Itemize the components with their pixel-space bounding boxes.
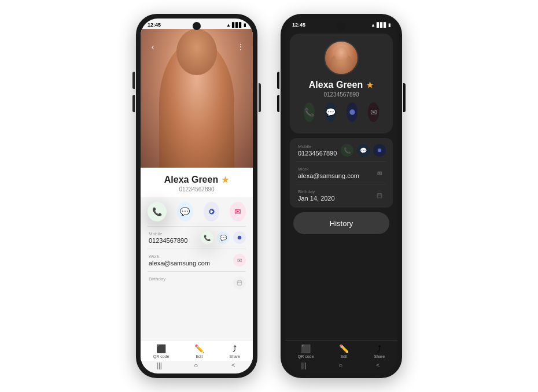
share-button-dark[interactable]: ⤴ Share bbox=[374, 344, 385, 358]
favorite-star-light[interactable]: ★ bbox=[222, 175, 229, 184]
mobile-vid-dark[interactable] bbox=[373, 144, 386, 157]
work-value-dark: alexa@samsung.com bbox=[298, 172, 385, 179]
status-icons-light: ▲ ▋▋▋ ▮ bbox=[226, 23, 246, 28]
top-bar: ‹ ⋮ bbox=[141, 38, 253, 56]
birthday-value-light bbox=[149, 282, 245, 289]
share-icon-dark: ⤴ bbox=[377, 344, 381, 353]
message-button-light[interactable]: 💬 bbox=[177, 202, 193, 221]
mobile-actions-light: 📞 💬 bbox=[201, 231, 246, 244]
nav-back-dark[interactable]: ＜ bbox=[374, 360, 381, 370]
work-label-light: Work bbox=[149, 254, 245, 259]
mobile-call-light[interactable]: 📞 bbox=[201, 231, 213, 244]
history-label: History bbox=[330, 219, 353, 228]
mail-button-dark[interactable]: ✉ bbox=[368, 102, 379, 122]
qr-label-light: QR code bbox=[153, 354, 169, 358]
light-phone-screen: 12:45 ▲ ▋▋▋ ▮ ‹ ⋮ Alexa Green bbox=[141, 19, 253, 373]
mobile-actions-dark: 📞 💬 bbox=[341, 144, 386, 157]
contact-info-light: Alexa Green ★ 01234567890 bbox=[141, 168, 253, 197]
share-icon-light: ⤴ bbox=[233, 344, 237, 353]
work-label-dark: Work bbox=[298, 167, 385, 172]
sys-nav-dark: ||| ○ ＜ bbox=[285, 359, 397, 371]
edit-label-light: Edit bbox=[196, 354, 202, 358]
light-phone: 12:45 ▲ ▋▋▋ ▮ ‹ ⋮ Alexa Green bbox=[136, 14, 257, 378]
svg-rect-8 bbox=[377, 194, 382, 198]
time-light: 12:45 bbox=[148, 22, 161, 28]
more-button[interactable]: ⋮ bbox=[234, 40, 247, 53]
qr-label-dark: QR code bbox=[298, 354, 314, 358]
favorite-star-dark[interactable]: ★ bbox=[366, 80, 374, 90]
hero-image: ‹ ⋮ bbox=[141, 29, 253, 168]
share-label-light: Share bbox=[230, 354, 241, 358]
call-button-dark[interactable]: 📞 bbox=[304, 102, 315, 122]
nav-home-dark[interactable]: ○ bbox=[338, 361, 342, 369]
time-dark: 12:45 bbox=[292, 22, 305, 28]
birthday-cal-dark[interactable] bbox=[373, 189, 386, 202]
dark-phone: 12:45 ▲ ▋▋▋ ▮ Alexa Green ★ 01234567890 … bbox=[281, 14, 402, 378]
phones-container: 12:45 ▲ ▋▋▋ ▮ ‹ ⋮ Alexa Green bbox=[136, 14, 402, 378]
svg-point-6 bbox=[349, 109, 355, 114]
work-detail-dark: Work alexa@samsung.com ✉ bbox=[290, 162, 393, 184]
mobile-vid-light[interactable] bbox=[233, 231, 246, 244]
toolbar-dark: ⬛ QR code ✏️ Edit ⤴ Share bbox=[285, 340, 397, 361]
wifi-icon: ▲ bbox=[226, 23, 231, 28]
share-label-dark: Share bbox=[374, 354, 385, 358]
action-buttons-dark: 📞 💬 ✉ bbox=[297, 98, 386, 127]
status-icons-dark: ▲ ▋▋▋ ▮ bbox=[371, 23, 390, 28]
details-dark: Mobile 01234567890 📞 💬 Work alexa@samsun… bbox=[290, 138, 393, 208]
qr-button-dark[interactable]: ⬛ QR code bbox=[298, 344, 314, 358]
video-button-light[interactable] bbox=[204, 202, 220, 221]
mobile-call-dark[interactable]: 📞 bbox=[341, 144, 353, 157]
wifi-icon-dark: ▲ bbox=[371, 23, 375, 28]
qr-button-light[interactable]: ⬛ QR code bbox=[153, 344, 169, 358]
signal-icon: ▋▋▋ bbox=[232, 23, 242, 28]
dark-phone-screen: 12:45 ▲ ▋▋▋ ▮ Alexa Green ★ 01234567890 … bbox=[285, 19, 397, 373]
edit-icon-dark: ✏️ bbox=[339, 344, 349, 353]
mobile-detail-dark: Mobile 01234567890 📞 💬 bbox=[290, 139, 393, 161]
edit-icon-light: ✏️ bbox=[194, 344, 204, 353]
action-buttons-light: 📞 💬 ✉ bbox=[141, 197, 253, 226]
hero-person bbox=[159, 40, 234, 168]
work-actions-dark: ✉ bbox=[373, 167, 386, 179]
work-mail-light[interactable]: ✉ bbox=[233, 254, 246, 267]
avatar-dark bbox=[324, 40, 359, 75]
history-button[interactable]: History bbox=[293, 212, 389, 234]
call-button-light[interactable]: 📞 bbox=[148, 202, 167, 221]
mobile-msg-dark[interactable]: 💬 bbox=[357, 144, 370, 157]
video-button-dark[interactable] bbox=[347, 102, 358, 122]
back-button[interactable]: ‹ bbox=[146, 40, 159, 53]
work-mail-dark[interactable]: ✉ bbox=[373, 167, 386, 179]
mail-button-light[interactable]: ✉ bbox=[230, 202, 246, 221]
message-button-dark[interactable]: 💬 bbox=[325, 102, 336, 122]
battery-icon-dark: ▮ bbox=[388, 23, 390, 28]
svg-point-1 bbox=[238, 236, 242, 240]
nav-recent-dark[interactable]: ||| bbox=[301, 361, 307, 369]
contact-name-light: Alexa Green ★ bbox=[150, 175, 244, 185]
contact-number-light: 01234567890 bbox=[150, 186, 244, 193]
notch bbox=[193, 22, 201, 30]
edit-button-light[interactable]: ✏️ Edit bbox=[194, 344, 204, 358]
sys-nav-light: ||| ○ ＜ bbox=[141, 359, 253, 371]
nav-back-light[interactable]: ＜ bbox=[230, 360, 237, 370]
mobile-detail-light: Mobile 01234567890 📞 💬 bbox=[141, 227, 253, 249]
birthday-cal-light[interactable] bbox=[233, 276, 246, 289]
birthday-actions-dark bbox=[373, 189, 386, 202]
battery-icon: ▮ bbox=[244, 23, 246, 28]
nav-recent-light[interactable]: ||| bbox=[157, 361, 162, 369]
work-detail-light: Work alexa@samsung.com ✉ bbox=[141, 249, 253, 271]
share-button-light[interactable]: ⤴ Share bbox=[230, 344, 241, 358]
edit-button-dark[interactable]: ✏️ Edit bbox=[339, 344, 349, 358]
birthday-actions-light bbox=[233, 276, 246, 289]
notch-dark bbox=[337, 22, 345, 30]
birthday-value-dark: Jan 14, 2020 bbox=[298, 195, 385, 202]
birthday-label-dark: Birthday bbox=[298, 189, 385, 194]
toolbar-light: ⬛ QR code ✏️ Edit ⤴ Share bbox=[141, 340, 253, 361]
contact-name-dark: Alexa Green ★ bbox=[297, 80, 386, 90]
svg-rect-2 bbox=[237, 281, 242, 286]
nav-home-light[interactable]: ○ bbox=[194, 361, 198, 369]
mobile-msg-light[interactable]: 💬 bbox=[217, 231, 230, 244]
edit-label-dark: Edit bbox=[340, 354, 347, 358]
contact-number-dark: 01234567890 bbox=[297, 91, 386, 98]
signal-icon-dark: ▋▋▋ bbox=[377, 23, 387, 28]
work-actions-light: ✉ bbox=[233, 254, 246, 267]
qr-icon-dark: ⬛ bbox=[301, 344, 311, 353]
